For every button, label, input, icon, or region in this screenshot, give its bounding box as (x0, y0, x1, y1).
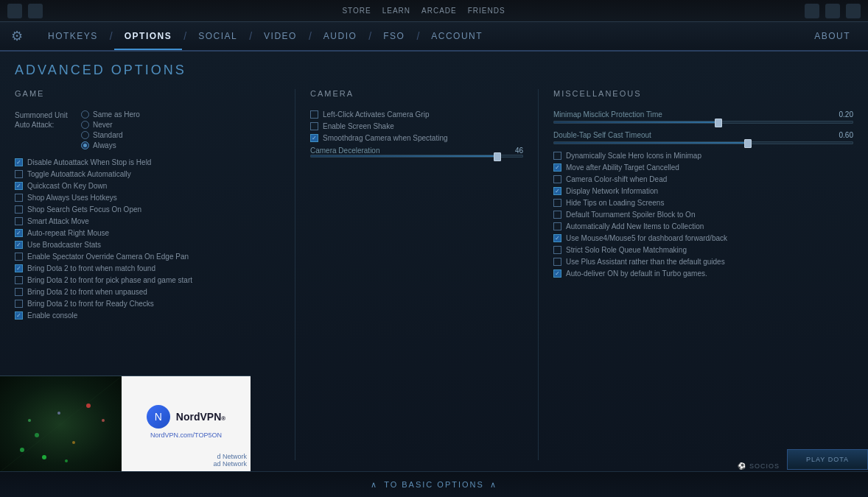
camera-checkbox-box-0 (310, 110, 318, 119)
bottom-bar: ∧ TO BASIC OPTIONS ∧ ⚽ SOCIOS PLAY DOTA (0, 471, 868, 497)
game-checkbox-box-9 (15, 264, 23, 272)
settings-icon[interactable] (825, 4, 840, 18)
doubletap-slider-thumb[interactable] (744, 139, 752, 148)
game-checkbox-box-11 (15, 288, 23, 296)
misc-checkbox-label-9: Use Plus Assistant rather than the defau… (566, 258, 725, 266)
page-title: ADVANCED OPTIONS (15, 63, 853, 78)
radio-always[interactable]: Always (81, 141, 140, 149)
misc-checkbox-7[interactable]: Use Mouse4/Mouse5 for dashboard forward/… (553, 234, 853, 242)
nav-social[interactable]: SOCIAL (188, 22, 248, 50)
camera-checkbox-label-2: Smoothdrag Camera when Spectating (323, 134, 448, 142)
game-checkbox-10[interactable]: Bring Dota 2 to front for pick phase and… (15, 276, 280, 284)
svg-point-6 (72, 441, 75, 444)
game-checkbox-4[interactable]: Shop Search Gets Focus On Open (15, 205, 280, 214)
game-checkbox-2[interactable]: Quickcast On Key Down (15, 182, 280, 190)
top-arcade[interactable]: ARCADE (421, 7, 457, 15)
to-basic-up-arrow-icon: ∧ (371, 480, 378, 490)
nav-fso[interactable]: FSO (373, 22, 415, 50)
camera-column: CAMERA Left-Click Activates Camera Grip … (295, 89, 538, 460)
doubletap-slider-track[interactable] (553, 141, 853, 144)
misc-checkbox-0[interactable]: Dynamically Scale Hero Icons in Minimap (553, 152, 853, 160)
nav-sep-6: / (416, 30, 419, 42)
play-dota-button[interactable]: PLAY DOTA (787, 449, 868, 470)
camera-decel-thumb[interactable] (494, 152, 501, 161)
summoned-label: Summoned Unit Auto Attack: (15, 110, 74, 149)
radio-label-always: Always (93, 141, 116, 149)
misc-checkbox-3[interactable]: Display Network Information (553, 187, 853, 195)
minimap-slider-fill (554, 121, 718, 123)
svg-point-1 (35, 433, 39, 437)
camera-checkbox-box-2 (310, 134, 318, 142)
nav-account[interactable]: ACCOUNT (421, 22, 493, 50)
misc-checkbox-10[interactable]: Auto-deliver ON by default in Turbo game… (553, 269, 853, 278)
game-checkbox-6[interactable]: Auto-repeat Right Mouse (15, 229, 280, 237)
minimap-slider-thumb[interactable] (715, 119, 722, 127)
game-checkbox-box-1 (15, 170, 23, 178)
minimap-slider-track[interactable] (553, 121, 853, 124)
game-checkbox-box-2 (15, 182, 23, 190)
nav-about[interactable]: ABOUT (804, 22, 861, 50)
nav-options[interactable]: OPTIONS (114, 22, 183, 50)
misc-checkbox-box-0 (553, 152, 561, 160)
ad-network-2: ad Network (213, 460, 247, 468)
radio-never[interactable]: Never (81, 121, 140, 129)
misc-checkbox-label-3: Display Network Information (566, 187, 658, 195)
game-checkbox-7[interactable]: Use Broadcaster Stats (15, 241, 280, 249)
nav-audio[interactable]: AUDIO (313, 22, 368, 50)
misc-checkbox-label-1: Move after Ability Target Cancelled (566, 163, 679, 172)
camera-checkbox-2[interactable]: Smoothdrag Camera when Spectating (310, 134, 523, 142)
game-checkbox-0[interactable]: Disable Autoattack When Stop is Held (15, 158, 280, 166)
camera-decel-container: Camera Deceleration 46 (310, 147, 523, 158)
camera-decel-label: Camera Deceleration (310, 147, 380, 155)
gear-icon: ⚙ (7, 27, 27, 46)
close-icon[interactable] (846, 4, 861, 18)
misc-checkbox-5[interactable]: Default Tournament Spoiler Block to On (553, 211, 853, 219)
misc-checkbox-label-5: Default Tournament Spoiler Block to On (566, 211, 695, 219)
dota-icon (28, 4, 43, 18)
game-checkbox-1[interactable]: Toggle Autoattack Automatically (15, 170, 280, 178)
misc-checkbox-2[interactable]: Camera Color-shift when Dead (553, 175, 853, 183)
game-checkbox-13[interactable]: Enable console (15, 311, 280, 320)
nordvpn-shield-icon: N (147, 405, 170, 429)
game-checkbox-8[interactable]: Enable Spectator Override Camera On Edge… (15, 253, 280, 261)
nav-hotkeys[interactable]: HOTKEYS (38, 22, 108, 50)
overlay-ad: N NordVPN® NordVPN.com/TOP5ON d Network … (0, 376, 251, 471)
misc-checkbox-box-3 (553, 187, 561, 195)
to-basic-down-arrow-icon: ∧ (490, 480, 497, 490)
game-checkbox-box-8 (15, 253, 23, 261)
misc-checkbox-box-10 (553, 269, 561, 278)
camera-checkbox-1[interactable]: Enable Screen Shake (310, 122, 523, 130)
nordvpn-url: NordVPN.com/TOP5ON (150, 431, 222, 439)
misc-checkbox-4[interactable]: Hide Tips on Loading Screens (553, 199, 853, 207)
misc-checkbox-8[interactable]: Strict Solo Role Queue Matchmaking (553, 246, 853, 254)
game-checkbox-box-7 (15, 241, 23, 249)
game-checkbox-3[interactable]: Shop Always Uses Hotkeys (15, 194, 280, 202)
game-checkbox-label-9: Bring Dota 2 to front when match found (27, 264, 155, 272)
game-checkbox-label-2: Quickcast On Key Down (27, 182, 107, 190)
game-checkbox-5[interactable]: Smart Attack Move (15, 217, 280, 225)
misc-checkbox-label-2: Camera Color-shift when Dead (566, 175, 667, 183)
radio-circle-same (81, 110, 89, 119)
misc-checkbox-6[interactable]: Automatically Add New Items to Collectio… (553, 222, 853, 230)
camera-checkbox-0[interactable]: Left-Click Activates Camera Grip (310, 110, 523, 119)
camera-decel-track[interactable] (310, 155, 523, 158)
game-checkbox-9[interactable]: Bring Dota 2 to front when match found (15, 264, 280, 272)
game-checkbox-label-3: Shop Always Uses Hotkeys (27, 194, 117, 202)
minimap-slider-container: Minimap Misclick Protection Time 0.20 (553, 110, 853, 124)
game-checkbox-11[interactable]: Bring Dota 2 to front when unpaused (15, 288, 280, 296)
profile-icon[interactable] (805, 4, 819, 18)
misc-checkbox-box-4 (553, 199, 561, 207)
camera-decel-fill (311, 155, 497, 157)
misc-checkbox-1[interactable]: Move after Ability Target Cancelled (553, 163, 853, 172)
to-basic-button[interactable]: ∧ TO BASIC OPTIONS ∧ (371, 480, 497, 490)
radio-same-as-hero[interactable]: Same as Hero (81, 110, 140, 119)
top-learn[interactable]: LEARN (382, 7, 410, 15)
top-store[interactable]: STORE (342, 7, 371, 15)
game-checkbox-12[interactable]: Bring Dota 2 to front for Ready Checks (15, 300, 280, 308)
game-checkboxes: Disable Autoattack When Stop is Held Tog… (15, 158, 280, 320)
game-checkbox-label-0: Disable Autoattack When Stop is Held (27, 158, 151, 166)
nav-video[interactable]: VIDEO (253, 22, 307, 50)
misc-checkbox-box-6 (553, 222, 561, 230)
misc-checkbox-9[interactable]: Use Plus Assistant rather than the defau… (553, 258, 853, 266)
radio-standard[interactable]: Standard (81, 131, 140, 139)
